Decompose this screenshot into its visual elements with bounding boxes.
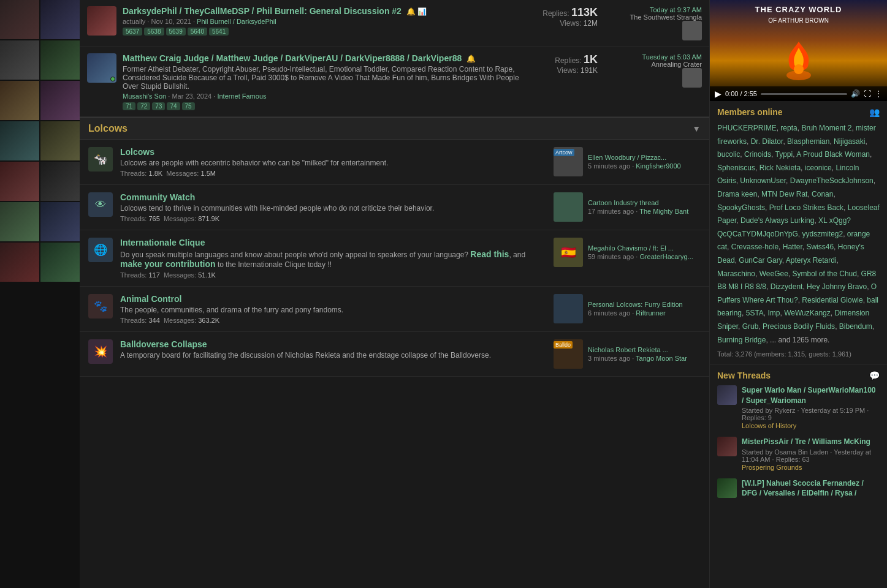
new-thread-title-misterpissair[interactable]: MisterPissAir / Tre / Williams McKing	[742, 437, 870, 446]
member-link[interactable]: Dude's Always Lurking	[740, 216, 814, 225]
member-link[interactable]: Swiss46	[806, 243, 834, 251]
subforum-icon-internationale: 🌐	[88, 238, 113, 262]
subforum-body-community-watch: Community Watch Lolcows tend to thrive i…	[120, 192, 546, 222]
last-tag-lolcows: Artcow	[554, 149, 574, 156]
member-link[interactable]: Crinoids	[744, 150, 771, 159]
thread-tag[interactable]: 75	[182, 102, 195, 110]
thread-tag[interactable]: 5639	[166, 28, 186, 36]
thread-tag[interactable]: 5640	[188, 28, 207, 36]
thread-tag[interactable]: 74	[167, 102, 180, 110]
lolcows-chevron[interactable]: ▼	[692, 124, 701, 134]
member-link[interactable]: Hatter	[783, 243, 802, 251]
thread-starter-judge[interactable]: Musashi's Son	[123, 92, 166, 100]
read-this-link[interactable]: Read this	[470, 249, 509, 259]
member-link[interactable]: SpookyGhosts	[717, 203, 765, 212]
thread-stats-dsp: Replies: 113K Views: 12M	[536, 6, 598, 28]
member-link[interactable]: Nijigasaki	[834, 137, 865, 146]
member-link[interactable]: Symbol of the Chud	[793, 270, 857, 278]
subforum-name-community-watch[interactable]: Community Watch	[120, 192, 195, 202]
member-link[interactable]: WeeGee	[759, 270, 788, 278]
video-controls: ▶ 0:00 / 2:55 🔊 ⛶ ⋮	[710, 86, 887, 101]
new-thread-category-super-wario[interactable]: Lolcows of History	[742, 422, 880, 429]
subforum-name-balldoverse[interactable]: Balldoverse Collapse	[120, 339, 207, 349]
member-link[interactable]: Imp	[768, 309, 780, 317]
member-link[interactable]: Blasphemian	[787, 137, 829, 146]
members-online-icon: 👥	[869, 107, 880, 117]
thread-tag[interactable]: 71	[123, 102, 135, 110]
member-link[interactable]: Burning Bridge	[717, 336, 766, 344]
new-thread-category-misterpissair[interactable]: Prospering Grounds	[742, 464, 880, 471]
member-link[interactable]: Dr. Dilator	[751, 137, 783, 146]
member-link[interactable]: Grub	[742, 322, 759, 331]
new-thread-avatar-misterpissair	[717, 437, 737, 456]
member-link[interactable]: MTN Dew Rat	[761, 190, 807, 198]
thread-tag[interactable]: 5641	[209, 28, 229, 36]
subforum-desc-internationale: Do you speak multiple languages and know…	[120, 249, 546, 269]
last-title-internationale[interactable]: Megahilo Chavismo / ft: El ...	[588, 244, 693, 252]
member-link[interactable]: A Proud Black Woman	[796, 150, 870, 159]
thread-starter-link-judge[interactable]: Internet Famous	[217, 92, 266, 100]
last-poster-judge: Annealing Crater	[604, 61, 702, 68]
subforum-name-lolcows[interactable]: Lolcows	[120, 147, 154, 157]
thread-starter-link-dsp[interactable]: Phil Burnell / DarksydePhil	[197, 18, 276, 25]
member-link[interactable]: Drama keen	[717, 190, 757, 198]
member-link[interactable]: iceonice	[805, 164, 832, 172]
last-title-community-watch[interactable]: Cartoon Industry thread	[588, 199, 688, 206]
thread-last-post-dsp: Today at 9:37 AM The Southwest Strangla	[604, 6, 702, 40]
member-link[interactable]: WeWuzKangz	[784, 309, 831, 317]
member-link[interactable]: repta	[780, 124, 797, 132]
more-members-text: ... and 1265 more.	[770, 336, 829, 344]
thread-tag[interactable]: 72	[137, 102, 150, 110]
member-link[interactable]: Dizzydent	[771, 282, 803, 291]
new-threads-title: New Threads	[717, 371, 771, 380]
subforum-last-thumb-community-watch	[554, 192, 583, 222]
new-thread-info-nahuel: [W.I.P] Nahuel Scoccia Fernandez / DFG /…	[742, 478, 880, 499]
new-thread-title-nahuel[interactable]: [W.I.P] Nahuel Scoccia Fernandez / DFG /…	[742, 479, 864, 498]
member-link[interactable]: yydszmiteg2	[802, 230, 843, 238]
thread-tag[interactable]: 73	[152, 102, 165, 110]
thread-title-dsp[interactable]: DarksydePhil / TheyCallMeDSP / Phil Burn…	[123, 6, 402, 16]
member-link[interactable]: 5STA	[746, 309, 764, 317]
last-title-animal-control[interactable]: Personal Lolcows: Furry Edition	[588, 301, 683, 308]
more-options-button[interactable]: ⋮	[875, 89, 882, 98]
fullscreen-button[interactable]: ⛶	[864, 89, 871, 98]
new-thread-title-super-wario[interactable]: Super Wario Man / SuperWarioMan100 / Sup…	[742, 386, 875, 405]
last-title-lolcows[interactable]: Ellen Woodbury / Pizzac...	[588, 154, 681, 161]
thread-tag[interactable]: 5637	[123, 28, 142, 36]
volume-button[interactable]: 🔊	[851, 89, 860, 98]
member-link[interactable]: Bibendum	[839, 322, 872, 331]
sidebar-tile	[40, 81, 80, 120]
member-link[interactable]: Hey Johnny Bravo	[807, 282, 867, 291]
member-link[interactable]: bucolic	[717, 150, 740, 159]
member-link[interactable]: Bruh Moment 2	[801, 124, 851, 132]
subforum-counts-internationale: Threads: 117 Messages: 51.1K	[120, 271, 546, 279]
subforum-name-animal-control[interactable]: Animal Control	[120, 294, 181, 304]
member-link[interactable]: GunCar Gary	[739, 256, 782, 265]
lolcows-title[interactable]: Lolcows	[88, 123, 128, 134]
member-link[interactable]: DwayneTheSockJohnson	[790, 176, 874, 185]
sidebar-tile	[40, 0, 80, 39]
play-button[interactable]: ▶	[715, 89, 721, 99]
member-link[interactable]: Maraschino	[717, 270, 755, 278]
thread-date-dsp: Nov 10, 2021	[151, 18, 191, 25]
member-link[interactable]: Conan	[812, 190, 833, 198]
members-online-title: Members online	[717, 107, 783, 117]
thread-tag[interactable]: 5638	[144, 28, 164, 36]
member-link[interactable]: Spheniscus	[717, 164, 755, 172]
make-contribution-link[interactable]: make your contribution	[120, 259, 216, 269]
member-link[interactable]: Residential Glowie	[802, 296, 862, 304]
member-link[interactable]: Apteryx Retardi	[786, 256, 837, 265]
member-link[interactable]: Rick Nekieta	[759, 164, 801, 172]
last-title-balldoverse[interactable]: Nicholas Robert Rekieta ...	[588, 346, 687, 353]
member-link[interactable]: PHUCKERPRIME	[717, 124, 777, 132]
video-progress-bar[interactable]	[761, 93, 847, 95]
thread-title-judge[interactable]: Matthew Craig Judge / Matthew Judge / Da…	[123, 53, 462, 63]
member-link[interactable]: Crevasse-hole	[731, 243, 779, 251]
new-thread-avatar-nahuel	[717, 478, 737, 498]
member-link[interactable]: UnknownUser	[740, 176, 786, 185]
member-link[interactable]: Prof Loco Strikes Back	[769, 203, 843, 212]
subforum-name-internationale[interactable]: Internationale Clique	[120, 238, 205, 247]
thread-description-judge: Former Atheist Debater, Copyright Abuser…	[123, 65, 530, 91]
member-link[interactable]: Precious Bodily Fluids	[763, 322, 835, 331]
member-link[interactable]: Typpi	[775, 150, 793, 159]
